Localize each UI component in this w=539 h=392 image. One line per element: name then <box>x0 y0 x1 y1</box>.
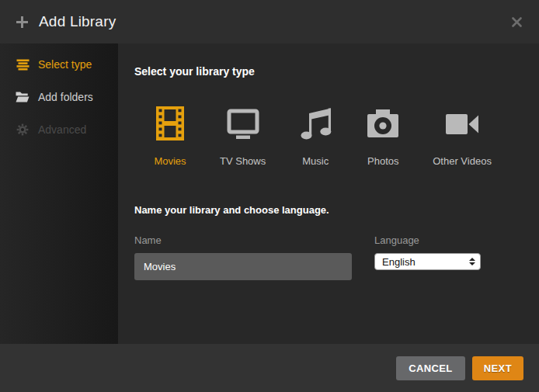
film-icon <box>152 106 188 144</box>
library-type-photos[interactable]: Photos <box>365 106 401 167</box>
camera-icon <box>365 106 401 144</box>
music-note-icon <box>297 106 333 144</box>
library-type-label: Other Videos <box>433 155 492 167</box>
sidebar-item-advanced[interactable]: Advanced <box>0 113 118 146</box>
tv-icon <box>225 106 261 144</box>
select-type-panel: Select your library type <box>118 43 539 344</box>
dialog-titlebar: Add Library <box>0 0 539 43</box>
gear-icon <box>16 123 30 136</box>
section-title: Select your library type <box>134 65 539 78</box>
name-section-title: Name your library and choose language. <box>134 204 539 216</box>
plus-icon <box>16 16 29 29</box>
close-icon[interactable] <box>512 17 522 27</box>
library-type-other-videos[interactable]: Other Videos <box>433 106 492 167</box>
library-type-movies[interactable]: Movies <box>152 106 188 167</box>
sidebar-item-label: Advanced <box>38 123 86 136</box>
select-type-icon <box>16 59 30 71</box>
dialog-footer: CANCEL NEXT <box>0 344 539 392</box>
wizard-steps-sidebar: Select type Add folders <box>0 43 118 344</box>
library-type-label: Music <box>302 155 329 167</box>
video-camera-icon <box>444 106 480 144</box>
sidebar-item-select-type[interactable]: Select type <box>0 48 118 81</box>
library-type-row: Movies TV Shows <box>152 106 539 167</box>
language-select-value: English <box>382 256 469 268</box>
next-button[interactable]: NEXT <box>472 356 523 380</box>
sidebar-item-label: Add folders <box>38 91 93 103</box>
cancel-button[interactable]: CANCEL <box>396 356 465 380</box>
language-select[interactable]: English <box>374 253 481 270</box>
library-type-label: Movies <box>154 155 186 167</box>
library-type-label: TV Shows <box>220 155 266 167</box>
library-type-label: Photos <box>367 155 398 167</box>
library-name-input[interactable] <box>134 253 352 280</box>
dialog-title: Add Library <box>39 13 116 30</box>
dialog-body: Select type Add folders <box>0 43 539 344</box>
add-library-dialog: Add Library Select type <box>0 0 539 392</box>
name-language-form: Name Language English <box>134 234 539 280</box>
folder-icon <box>16 92 30 102</box>
select-arrows-icon <box>469 258 475 265</box>
language-field-label: Language <box>374 234 481 246</box>
library-type-tv-shows[interactable]: TV Shows <box>220 106 266 167</box>
sidebar-item-add-folders[interactable]: Add folders <box>0 81 118 113</box>
sidebar-item-label: Select type <box>38 58 92 71</box>
library-type-music[interactable]: Music <box>297 106 333 167</box>
name-field-label: Name <box>134 234 352 246</box>
